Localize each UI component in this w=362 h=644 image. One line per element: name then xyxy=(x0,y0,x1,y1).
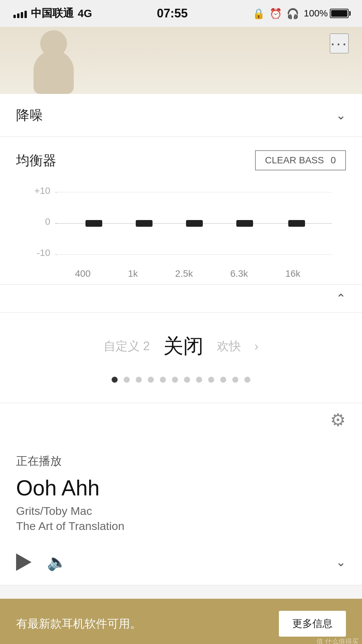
freq-16k: 16k xyxy=(285,268,300,279)
alarm-icon: ⏰ xyxy=(269,8,282,19)
battery-icon xyxy=(330,9,349,18)
dot-11 xyxy=(244,377,250,383)
now-playing-label: 正在播放 xyxy=(16,453,346,469)
freq-2-5k: 2.5k xyxy=(175,268,193,279)
preset-more[interactable]: › xyxy=(254,339,258,354)
svg-rect-11 xyxy=(186,220,203,227)
now-playing-chevron-icon[interactable]: ⌄ xyxy=(336,555,346,569)
preset-off-active[interactable]: 关闭 xyxy=(163,333,203,360)
playback-controls: 🔈 ⌄ xyxy=(16,546,346,572)
preset-happy[interactable]: 欢快 xyxy=(217,338,241,355)
preset-items: 自定义 2 关闭 欢快 › xyxy=(0,326,362,367)
battery-fill xyxy=(331,10,347,17)
update-text: 有最新款耳机软件可用。 xyxy=(16,616,141,632)
eq-collapse-icon[interactable]: ⌃ xyxy=(336,291,346,306)
update-banner: 有最新款耳机软件可用。 更多信息 值 什么值得买 xyxy=(0,599,362,644)
dot-5 xyxy=(172,377,178,383)
play-button[interactable] xyxy=(16,553,34,571)
svg-rect-10 xyxy=(136,220,153,227)
clear-bass-label: CLEAR BASS xyxy=(265,155,324,166)
preset-custom2[interactable]: 自定义 2 xyxy=(104,338,150,355)
eq-header: 均衡器 CLEAR BASS 0 xyxy=(16,150,346,170)
preset-section: 自定义 2 关闭 欢快 › xyxy=(0,313,362,403)
play-icon xyxy=(16,553,32,571)
dot-4 xyxy=(160,377,166,383)
eq-svg: +10 0 -10 xyxy=(16,184,346,264)
headphones-icon: 🎧 xyxy=(287,8,299,19)
song-artist: Grits/Toby Mac xyxy=(16,504,346,518)
network-label: 4G xyxy=(78,7,92,20)
dot-9 xyxy=(220,377,226,383)
noise-title: 降噪 xyxy=(16,106,43,124)
more-info-button[interactable]: 更多信息 xyxy=(279,611,346,637)
freq-1k: 1k xyxy=(128,268,138,279)
song-album: The Art of Translation xyxy=(16,520,346,533)
status-bar: 中国联通 4G 07:55 🔒 ⏰ 🎧 100% xyxy=(0,0,362,27)
eq-section: 均衡器 CLEAR BASS 0 +10 0 -10 xyxy=(0,137,362,285)
eq-chart: +10 0 -10 400 1k 2.5k xyxy=(16,184,346,271)
more-menu-button[interactable]: ··· xyxy=(330,34,349,53)
dot-1 xyxy=(124,377,130,383)
status-right: 🔒 ⏰ 🎧 100% xyxy=(252,8,349,19)
svg-rect-9 xyxy=(85,220,102,227)
dot-8 xyxy=(208,377,214,383)
battery-pct-label: 100% xyxy=(304,8,328,19)
clear-bass-button[interactable]: CLEAR BASS 0 xyxy=(255,150,346,170)
preset-dots xyxy=(0,377,362,383)
svg-text:+10: +10 xyxy=(35,185,51,196)
dot-3 xyxy=(148,377,154,383)
album-figure xyxy=(20,34,87,94)
dot-7 xyxy=(196,377,202,383)
noise-section: 降噪 ⌄ xyxy=(0,94,362,137)
eq-frequency-labels: 400 1k 2.5k 6.3k 16k xyxy=(16,268,346,279)
dot-10 xyxy=(232,377,238,383)
status-left: 中国联通 4G xyxy=(13,6,92,21)
song-title: Ooh Ahh xyxy=(16,476,346,500)
carrier-label: 中国联通 xyxy=(31,6,74,21)
watermark-label: 值 什么值得买 xyxy=(316,637,359,644)
svg-rect-13 xyxy=(288,220,305,227)
eq-title: 均衡器 xyxy=(16,151,56,170)
figure-body xyxy=(34,50,74,94)
settings-gear-icon[interactable]: ⚙ xyxy=(330,410,346,430)
svg-text:-10: -10 xyxy=(37,248,50,258)
clear-bass-value: 0 xyxy=(330,155,336,166)
dot-6 xyxy=(184,377,190,383)
signal-icon xyxy=(13,9,27,18)
now-playing-section: 正在播放 Ooh Ahh Grits/Toby Mac The Art of T… xyxy=(0,440,362,585)
eq-collapse-container: ⌃ xyxy=(0,285,362,313)
album-art-area: ··· xyxy=(0,27,362,94)
playback-left: 🔈 xyxy=(16,553,67,572)
svg-text:0: 0 xyxy=(45,216,50,227)
svg-rect-12 xyxy=(236,220,253,227)
dot-2 xyxy=(136,377,142,383)
lock-icon: 🔒 xyxy=(252,8,265,19)
dot-0 xyxy=(112,377,118,383)
freq-6-3k: 6.3k xyxy=(230,268,248,279)
gear-container: ⚙ xyxy=(0,403,362,440)
battery-container: 100% xyxy=(304,8,349,19)
time-display: 07:55 xyxy=(157,6,188,20)
volume-icon[interactable]: 🔈 xyxy=(47,553,67,572)
noise-chevron-icon[interactable]: ⌄ xyxy=(336,108,346,122)
freq-400: 400 xyxy=(75,268,91,279)
